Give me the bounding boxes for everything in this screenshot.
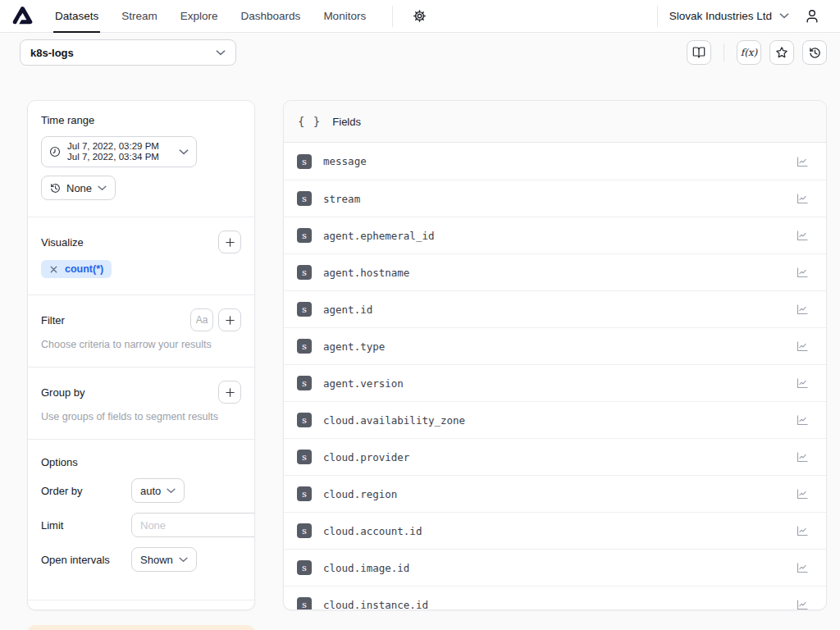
- query-history-button[interactable]: [802, 40, 827, 65]
- nav-right-divider: [657, 6, 658, 27]
- chart-line-icon[interactable]: [796, 524, 810, 537]
- dataset-selector[interactable]: k8s-logs: [20, 39, 236, 66]
- order-by-label: Order by: [41, 485, 131, 497]
- field-type-badge: s: [297, 413, 312, 427]
- chevron-down-icon: [167, 488, 176, 494]
- settings-button[interactable]: [406, 3, 432, 30]
- function-icon: f(x): [741, 47, 758, 58]
- chart-line-icon[interactable]: [796, 155, 810, 168]
- field-row[interactable]: s cloud.region: [284, 475, 826, 512]
- field-type-badge: s: [297, 376, 312, 390]
- open-intervals-select[interactable]: Shown: [131, 547, 197, 572]
- field-row[interactable]: s agent.hostname: [284, 253, 826, 290]
- add-visualization-button[interactable]: [218, 231, 241, 253]
- apl-query-button[interactable]: f(x): [737, 40, 761, 65]
- chart-line-icon[interactable]: [796, 229, 810, 242]
- time-range-picker[interactable]: Jul 7, 2022, 03:29 PM Jul 7, 2022, 03:34…: [41, 136, 197, 167]
- chart-line-icon[interactable]: [796, 340, 810, 353]
- field-type-badge: s: [297, 339, 312, 354]
- chart-line-icon[interactable]: [796, 303, 810, 316]
- chart-line-icon[interactable]: [796, 561, 810, 574]
- field-row[interactable]: s agent.id: [284, 290, 826, 327]
- field-row[interactable]: s agent.ephemeral_id: [284, 217, 826, 253]
- field-row[interactable]: s agent.type: [284, 327, 826, 364]
- plus-icon: [225, 237, 235, 248]
- field-row[interactable]: s cloud.instance.id: [284, 586, 826, 610]
- visualize-title: Visualize: [41, 236, 84, 249]
- open-intervals-label: Open intervals: [41, 554, 131, 566]
- notification-toast[interactable]: [27, 625, 255, 630]
- top-nav: Datasets Stream Explore Dashboards Monit…: [0, 0, 840, 33]
- dataset-selector-value: k8s-logs: [30, 47, 74, 59]
- field-row[interactable]: s message: [284, 143, 826, 180]
- starred-queries-button[interactable]: [769, 40, 794, 65]
- field-name: agent.version: [323, 377, 404, 390]
- chevron-down-icon: [179, 149, 189, 155]
- filter-title: Filter: [41, 314, 65, 326]
- chart-line-icon[interactable]: [796, 192, 810, 205]
- chart-line-icon[interactable]: [796, 413, 810, 427]
- field-row[interactable]: s agent.version: [284, 364, 826, 401]
- history-icon: [50, 183, 61, 194]
- add-filter-button[interactable]: [218, 308, 241, 331]
- org-switcher[interactable]: Slovak Industries Ltd: [669, 10, 789, 22]
- field-type-badge: s: [297, 191, 312, 206]
- field-name: agent.type: [323, 340, 385, 353]
- field-type-badge: s: [297, 154, 312, 169]
- chart-line-icon[interactable]: [796, 598, 810, 610]
- field-row[interactable]: s stream: [284, 180, 826, 217]
- time-range-start: Jul 7, 2022, 03:29 PM: [67, 141, 159, 152]
- chart-line-icon[interactable]: [796, 487, 810, 500]
- tab-datasets[interactable]: Datasets: [43, 0, 110, 33]
- field-name: cloud.availability_zone: [323, 414, 465, 427]
- plus-icon: [225, 387, 235, 398]
- docs-button[interactable]: [687, 40, 711, 65]
- field-row[interactable]: s cloud.provider: [284, 438, 826, 475]
- tab-stream[interactable]: Stream: [110, 0, 169, 33]
- compare-against-select[interactable]: None: [41, 176, 116, 200]
- close-icon[interactable]: [49, 265, 58, 274]
- field-name: cloud.instance.id: [323, 599, 428, 611]
- user-menu-button[interactable]: [799, 3, 825, 30]
- chevron-down-icon: [98, 185, 107, 191]
- field-name: agent.hostname: [323, 267, 409, 279]
- chart-line-icon[interactable]: [796, 266, 810, 279]
- tab-dashboards[interactable]: Dashboards: [230, 0, 313, 33]
- field-name: cloud.image.id: [323, 562, 409, 574]
- time-range-title: Time range: [41, 114, 241, 126]
- axiom-logo[interactable]: [11, 5, 34, 27]
- field-row[interactable]: s cloud.availability_zone: [284, 401, 826, 438]
- case-sensitivity-toggle[interactable]: Aa: [190, 308, 213, 331]
- chart-line-icon[interactable]: [796, 450, 810, 463]
- add-group-by-button[interactable]: [218, 381, 241, 404]
- field-name: cloud.region: [323, 488, 397, 500]
- field-type-badge: s: [297, 560, 312, 575]
- field-name: stream: [323, 193, 360, 205]
- book-open-icon: [692, 46, 705, 59]
- fields-title: Fields: [332, 116, 361, 128]
- limit-input[interactable]: [131, 513, 255, 537]
- nav-divider: [392, 6, 393, 27]
- field-name: agent.ephemeral_id: [323, 230, 434, 242]
- order-by-select[interactable]: auto: [131, 478, 185, 503]
- tab-explore[interactable]: Explore: [169, 0, 230, 33]
- tab-monitors[interactable]: Monitors: [312, 0, 377, 33]
- gear-icon: [413, 9, 427, 23]
- clock-icon: [49, 146, 61, 158]
- visualization-chip-label: count(*): [65, 263, 103, 275]
- chevron-down-icon: [216, 50, 226, 56]
- visualization-chip[interactable]: count(*): [41, 260, 112, 278]
- field-type-badge: s: [297, 597, 312, 610]
- field-name: message: [323, 155, 367, 167]
- query-actions: [28, 600, 254, 610]
- fields-header: { } Fields: [284, 101, 826, 143]
- filter-hint: Choose criteria to narrow your results: [41, 339, 241, 350]
- tab-monitors-label: Monitors: [323, 10, 366, 22]
- field-row[interactable]: s cloud.image.id: [284, 549, 826, 586]
- field-row[interactable]: s cloud.account.id: [284, 512, 826, 549]
- chart-line-icon[interactable]: [796, 377, 810, 390]
- toolbar-divider: [724, 43, 724, 62]
- group-by-title: Group by: [41, 386, 84, 399]
- group-by-hint: Use groups of fields to segment results: [41, 411, 241, 422]
- options-title: Options: [41, 456, 241, 468]
